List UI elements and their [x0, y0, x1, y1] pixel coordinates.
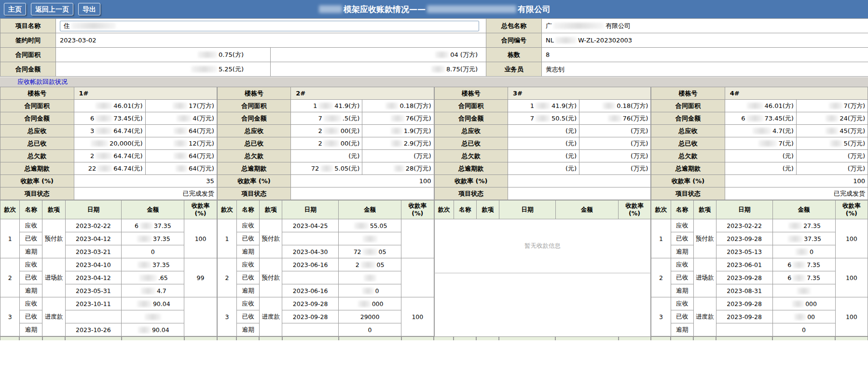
- building-number: 3#: [508, 87, 651, 100]
- payment-date: 2023-09-28: [716, 310, 772, 323]
- redaction-blur: [829, 103, 842, 109]
- table-row: 3应收进度款2023-09-28000100: [217, 297, 434, 310]
- payment-date: 2023-04-30: [282, 245, 339, 258]
- payment-rate: 100: [835, 258, 868, 297]
- payment-rate: [401, 258, 434, 297]
- payment-date: 2023-10-26: [65, 323, 122, 336]
- redaction-blur: [173, 103, 187, 109]
- payment-amount: [772, 284, 835, 297]
- payment-amount: 0: [122, 245, 184, 258]
- project-status-value: [508, 187, 651, 200]
- detail-column-header: 收款率 (%): [184, 201, 217, 219]
- redaction-blur: [198, 52, 217, 58]
- next-section-partial-row: [0, 336, 868, 340]
- summary-value-cell: 2264.74(元): [74, 162, 145, 175]
- payment-amount: 29000: [339, 310, 401, 323]
- payment-line-name: 已收: [20, 271, 42, 284]
- page-title: 模架应收账款情况——有限公司: [0, 4, 868, 15]
- redaction-blur: [145, 314, 161, 320]
- next-row-cell-sliver: [65, 336, 122, 340]
- payment-item: 进场款: [42, 258, 65, 297]
- building-summary-table: 楼栋号1#合同面积46.01(方)17(万方)合同金额673.45(元)4(万元…: [0, 87, 217, 200]
- redaction-blur: [758, 140, 777, 147]
- detail-column-header: 日期: [499, 201, 556, 219]
- collection-rate-value: 35: [74, 175, 217, 187]
- payment-rate: 100: [835, 297, 868, 336]
- payment-rate: [184, 297, 217, 336]
- redaction-blur: [363, 236, 377, 242]
- payment-amount: [122, 310, 184, 323]
- project-status-label: 项目状态: [0, 187, 74, 200]
- payment-line-name: 已收: [237, 310, 260, 323]
- payment-line-name: 逾期: [237, 284, 260, 297]
- payment-date: 2023-06-16: [282, 258, 339, 271]
- summary-value-cell: (万元): [796, 150, 868, 162]
- payment-rate: [401, 219, 434, 258]
- payment-date: 2023-06-01: [716, 258, 772, 271]
- summary-row-label: 总欠款: [0, 150, 74, 162]
- building-number: 1#: [74, 87, 217, 100]
- empty-payments-message: 暂无收款信息: [434, 219, 651, 273]
- home-button[interactable]: 主页: [4, 3, 26, 15]
- table-row: 2应收进场款2023-06-0167.35100: [651, 258, 868, 271]
- redaction-blur: [91, 140, 108, 147]
- detail-column-header: 日期: [65, 201, 122, 219]
- building-count-label: 栋数: [486, 48, 542, 62]
- collection-rate-value: [508, 175, 651, 187]
- summary-value-cell: 28(万元): [362, 162, 434, 175]
- payment-item: 预付款: [42, 219, 65, 258]
- summary-value-cell: (万元): [579, 137, 651, 150]
- summary-value-cell: (万元): [796, 162, 868, 175]
- redaction-blur: [191, 66, 217, 72]
- payment-seq: 2: [0, 258, 20, 297]
- payment-line-name: 应收: [20, 297, 42, 310]
- building-number-label: 楼栋号: [217, 87, 291, 100]
- contract-no-label: 合同编号: [486, 33, 542, 48]
- payment-item: 进度款: [260, 297, 282, 336]
- payment-line-name: 应收: [237, 297, 260, 310]
- summary-row-label: 总应收: [651, 125, 725, 137]
- salesman-value: 黄志钊: [542, 62, 868, 77]
- summary-value-cell: 364.74(元): [74, 125, 145, 137]
- summary-row-label: 合同面积: [0, 100, 74, 112]
- detail-column-header: 款次: [217, 201, 236, 219]
- summary-value-cell: 24(万元): [796, 112, 868, 125]
- payment-seq: 3: [217, 297, 236, 336]
- export-button[interactable]: 导出: [78, 3, 100, 15]
- detail-column-header: 款次: [0, 201, 20, 219]
- payment-item: 预付款: [260, 219, 282, 258]
- summary-value-cell: 4.7(元): [725, 125, 796, 137]
- summary-value-cell: (万元): [362, 150, 434, 162]
- summary-row-label: 合同面积: [651, 100, 725, 112]
- payment-date: 2023-05-13: [716, 245, 772, 258]
- redaction-blur: [391, 115, 404, 121]
- contractor-value: 广有限公司: [542, 19, 868, 33]
- payment-rate: 100: [835, 219, 868, 258]
- payment-amount: 0: [339, 323, 401, 336]
- detail-column-header: 日期: [716, 201, 772, 219]
- back-button[interactable]: 返回上一页: [31, 3, 73, 15]
- redaction-blur: [536, 103, 550, 109]
- payment-date: [716, 323, 772, 336]
- payment-amount: 37.35: [772, 232, 835, 245]
- summary-value-cell: 76(万元): [579, 112, 651, 125]
- payment-amount: 55.05: [339, 219, 401, 232]
- summary-value-cell: 750.5(元): [508, 112, 579, 125]
- building-count-value: 8: [542, 48, 868, 62]
- payment-line-name: 逾期: [671, 284, 693, 297]
- collection-rate-label: 收款率 (%): [651, 175, 725, 187]
- redaction-blur: [794, 314, 806, 320]
- summary-value-cell: 264.74(元): [74, 150, 145, 162]
- redaction-blur: [97, 165, 112, 172]
- project-name-input[interactable]: 住: [60, 21, 479, 31]
- detail-tables: 款次名称款项日期金额收款率 (%)1应收预付款2023-02-22637.351…: [0, 200, 868, 336]
- payment-line-name: 已收: [671, 232, 693, 245]
- project-status-value: 已完成发货: [74, 187, 217, 200]
- next-row-cell-sliver: [835, 336, 868, 340]
- next-row-cell-sliver: [671, 336, 693, 340]
- payment-amount: 000: [339, 297, 401, 310]
- detail-column-header: 款次: [651, 201, 671, 219]
- receivable-status-link[interactable]: 应收帐款回款状况: [17, 78, 68, 86]
- summary-row-label: 总欠款: [651, 150, 725, 162]
- building-number-label: 楼栋号: [434, 87, 508, 100]
